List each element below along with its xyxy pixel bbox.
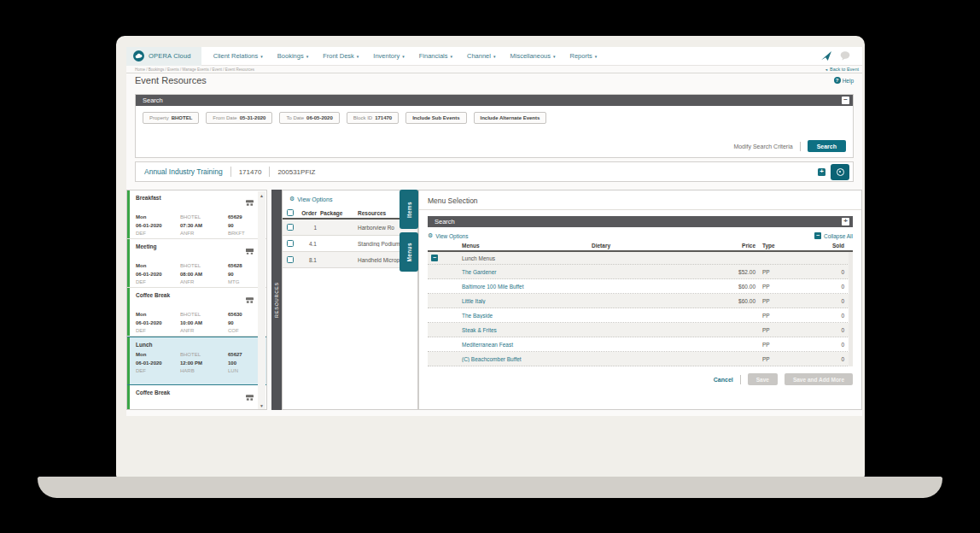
menu-type: PP <box>755 342 794 348</box>
menu-row[interactable]: The Gardener $52.00 PP 0 <box>428 265 853 279</box>
row-checkbox[interactable] <box>287 256 294 263</box>
event-title-link[interactable]: Annual Industry Training <box>144 167 223 176</box>
column-sold: Sold <box>794 243 853 249</box>
menu-row[interactable]: Little Italy $60.00 PP 0 <box>428 294 853 308</box>
menu-name-link[interactable]: The Bayside <box>446 313 592 319</box>
filter-block-id[interactable]: Block ID 171470 <box>347 112 399 124</box>
expand-panel-icon[interactable]: + <box>842 218 849 226</box>
event-card-coffee-break-2[interactable]: Coffee Break Mon BHOTEL 65631 <box>127 385 266 410</box>
event-property: BHOTEL <box>180 214 228 220</box>
divider <box>269 167 270 177</box>
event-day: Mon <box>136 351 180 358</box>
nav-miscellaneous[interactable]: Miscellaneous▾ <box>510 52 555 60</box>
gear-icon: ⚙ <box>289 196 295 202</box>
filter-include-alternate-events[interactable]: Include Alternate Events <box>474 112 547 124</box>
event-status-bar <box>127 385 130 410</box>
nav-bookings[interactable]: Bookings▾ <box>277 52 308 60</box>
resources-panel: ⚙ View Options Order Package Resources 1 <box>282 190 418 410</box>
help-link[interactable]: ? Help <box>834 77 854 84</box>
save-button[interactable]: Save <box>748 373 778 385</box>
chat-bubble-icon[interactable] <box>840 49 850 64</box>
menu-row[interactable]: The Bayside PP 0 <box>428 308 853 323</box>
chevron-down-icon: ▾ <box>595 54 598 59</box>
filter-to-date[interactable]: To Date 06-05-2020 <box>279 112 339 124</box>
menu-sold: 0 <box>794 298 853 304</box>
cancel-button[interactable]: Cancel <box>714 377 733 383</box>
projector-icon <box>245 243 254 259</box>
event-status-bar <box>127 190 130 238</box>
event-status: DEF <box>136 367 180 374</box>
menus-scrollbar[interactable] <box>849 252 853 366</box>
menu-sold: 0 <box>794 284 853 290</box>
event-type: LUN <box>228 367 254 374</box>
chevron-down-icon: ▾ <box>306 54 309 59</box>
event-card-coffee-break-1[interactable]: Coffee Break Mon BHOTEL 65630 06-01-2020… <box>127 288 266 337</box>
nav-financials[interactable]: Financials▾ <box>419 52 452 60</box>
event-time: 07:30 AM <box>180 222 228 229</box>
event-attendees: 100 <box>228 360 254 366</box>
event-day: Mon <box>136 262 180 269</box>
menu-name-link[interactable]: (C) Beachcomber Buffet <box>446 356 592 362</box>
filter-property[interactable]: Property BHOTEL <box>143 112 199 124</box>
rocket-icon[interactable] <box>821 49 831 64</box>
scroll-up-icon[interactable]: ▲ <box>258 193 265 198</box>
menu-name-link[interactable]: Baltimore 100 Mile Buffet <box>446 284 592 290</box>
menu-options-row: ⚙ View Options − Collapse All <box>428 232 853 239</box>
add-icon[interactable]: + <box>818 168 825 176</box>
menu-name-link[interactable]: Little Italy <box>446 298 592 304</box>
menus-table: Menus Dietary Price Type Sold − Lunch Me… <box>428 241 853 366</box>
collapse-panel-icon[interactable]: − <box>842 97 849 104</box>
menu-view-options-link[interactable]: ⚙ View Options <box>428 232 468 239</box>
resource-order: 8.1 <box>298 257 320 263</box>
back-to-event-link[interactable]: ◄ Back to Event <box>825 67 859 72</box>
events-scrollbar[interactable]: ▲ ▼ <box>258 191 265 410</box>
resource-row[interactable]: 1 Harborview Ro <box>283 220 417 236</box>
column-dietary: Dietary <box>592 243 709 249</box>
search-panel-header[interactable]: Search − <box>136 95 853 106</box>
event-card-breakfast[interactable]: Breakfast Mon BHOTEL 65629 06-01-2020 07… <box>127 190 266 239</box>
save-and-add-more-button[interactable]: Save and Add More <box>785 373 853 385</box>
event-type: BRKFT <box>228 230 254 237</box>
event-day: Mon <box>136 311 180 318</box>
filter-include-sub-events[interactable]: Include Sub Events <box>405 112 466 124</box>
menu-name-link[interactable]: Mediterranean Feast <box>446 342 592 348</box>
search-panel-title: Search <box>143 97 163 104</box>
event-card-meeting[interactable]: Meeting Mon BHOTEL 65628 06-01-2020 08:0… <box>127 239 266 288</box>
food-service-icon <box>245 292 254 308</box>
scroll-down-icon[interactable]: ▼ <box>258 403 265 408</box>
breadcrumb[interactable]: Home / Bookings / Events / Manage Events… <box>135 67 254 72</box>
collapse-group-icon[interactable]: − <box>431 255 438 261</box>
menu-row[interactable]: Steak & Frites PP 0 <box>428 323 853 337</box>
menu-type: PP <box>755 356 794 362</box>
tab-menus[interactable]: Menus <box>400 232 418 272</box>
nav-inventory[interactable]: Inventory▾ <box>373 52 404 60</box>
menu-search-header[interactable]: Search + <box>428 216 853 227</box>
events-list-panel: Breakfast Mon BHOTEL 65629 06-01-2020 07… <box>126 190 267 410</box>
nav-front-desk[interactable]: Front Desk▾ <box>323 52 359 60</box>
nav-channel[interactable]: Channel▾ <box>467 52 495 60</box>
search-button[interactable]: Search <box>808 140 846 152</box>
row-checkbox[interactable] <box>287 240 294 247</box>
resources-view-options-link[interactable]: ⚙ View Options <box>289 196 417 202</box>
nav-client-relations[interactable]: Client Relations▾ <box>213 52 263 60</box>
resource-row[interactable]: 8.1 Handheld Micropho <box>283 252 417 268</box>
resource-row[interactable]: 4.1 Standing Podium <box>283 236 417 252</box>
collapse-all-link[interactable]: − Collapse All <box>814 232 853 239</box>
menu-row[interactable]: Mediterranean Feast PP 0 <box>428 337 853 352</box>
menu-row[interactable]: (C) Beachcomber Buffet PP 0 <box>428 352 853 366</box>
menu-row[interactable]: Baltimore 100 Mile Buffet $60.00 PP 0 <box>428 279 853 294</box>
event-name: Coffee Break <box>136 292 170 298</box>
event-card-lunch-selected[interactable]: Lunch Mon BHOTEL 65627 06-01-2020 12:00 … <box>127 337 266 385</box>
modify-search-criteria-link[interactable]: Modify Search Criteria <box>733 144 792 149</box>
filter-from-date[interactable]: From Date 05-31-2020 <box>206 112 272 124</box>
row-checkbox[interactable] <box>287 224 294 231</box>
quick-actions-button[interactable] <box>831 164 849 180</box>
menu-name-link[interactable]: The Gardener <box>446 269 592 275</box>
select-all-checkbox[interactable] <box>287 209 294 216</box>
brand-logo[interactable]: OPERA Cloud <box>126 47 201 66</box>
menu-name-link[interactable]: Steak & Frites <box>446 327 592 333</box>
event-property: BHOTEL <box>180 262 228 269</box>
menu-group-row[interactable]: − Lunch Menus <box>428 252 853 265</box>
tab-items[interactable]: Items <box>400 190 418 229</box>
nav-reports[interactable]: Reports▾ <box>570 52 598 60</box>
